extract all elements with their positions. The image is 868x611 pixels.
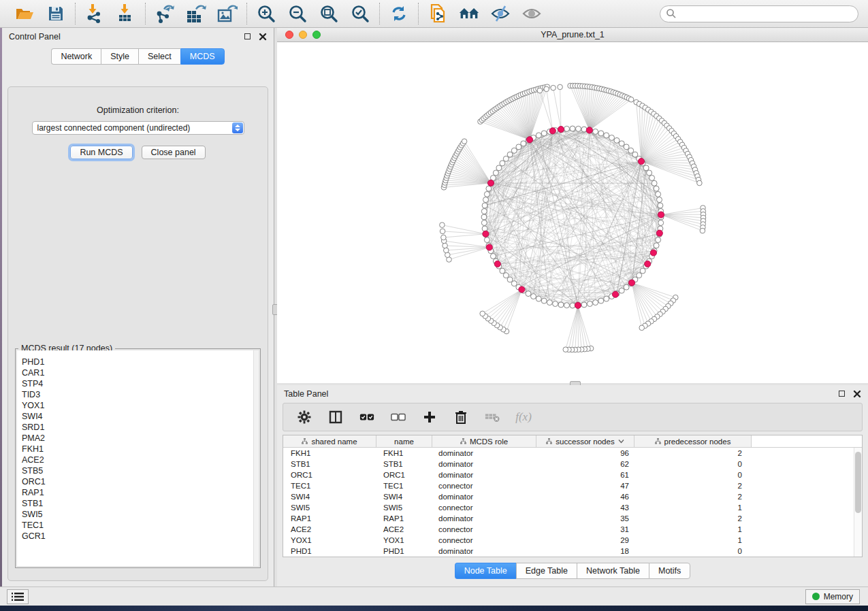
table-row[interactable]: YOX1YOX1connector291 — [283, 535, 862, 546]
zoom-selected-icon[interactable] — [350, 3, 370, 24]
table-row[interactable]: RAP1RAP1dominator352 — [283, 513, 862, 524]
control-panel: Control Panel NetworkStyleSelectMCDS Opt… — [2, 28, 274, 587]
tab-node-table[interactable]: Node Table — [455, 563, 516, 579]
table-row[interactable]: TEC1TEC1connector472 — [283, 480, 862, 491]
table-row[interactable]: ACE2ACE2connector311 — [283, 524, 862, 535]
table-cell: SWI5 — [376, 503, 432, 512]
main-toolbar — [0, 0, 868, 28]
column-header-MCDS-role[interactable]: MCDS role — [432, 435, 536, 447]
import-network-icon[interactable] — [84, 3, 105, 24]
search-box[interactable] — [660, 5, 858, 22]
network-window-title: YPA_prune.txt_1 — [277, 30, 868, 39]
mcds-list-scrollbar[interactable] — [253, 350, 259, 566]
sort-descending-icon — [618, 439, 624, 444]
table-cell: 61 — [536, 471, 634, 479]
list-item[interactable]: GCR1 — [22, 531, 259, 542]
table-row[interactable]: PHD1PHD1dominator180 — [283, 546, 862, 557]
list-item[interactable]: TID3 — [22, 389, 259, 400]
tab-select[interactable]: Select — [138, 48, 180, 65]
search-input[interactable] — [677, 8, 852, 19]
list-item[interactable]: SWI4 — [22, 411, 259, 422]
table-cell: connector — [432, 525, 536, 533]
import-table-icon[interactable] — [116, 3, 136, 24]
zoom-fit-icon[interactable] — [319, 3, 339, 24]
list-item[interactable]: YOX1 — [22, 400, 259, 411]
list-item[interactable]: STB5 — [22, 465, 259, 476]
column-header-label: successor nodes — [556, 437, 614, 446]
run-mcds-button[interactable]: Run MCDS — [70, 146, 132, 159]
console-button[interactable] — [7, 589, 29, 604]
zoom-in-icon[interactable] — [256, 3, 276, 24]
refresh-icon[interactable] — [389, 3, 409, 24]
optimization-criterion-select[interactable]: largest connected component (undirected) — [32, 121, 244, 135]
table-scrollbar-thumb[interactable] — [855, 452, 861, 513]
table-row[interactable]: STB1STB1dominator620 — [283, 459, 862, 469]
table-row[interactable]: ORC1ORC1dominator610 — [283, 469, 862, 480]
memory-button[interactable]: Memory — [805, 589, 860, 604]
list-item[interactable]: PMA2 — [22, 433, 259, 444]
table-row[interactable]: SWI5SWI5connector431 — [283, 502, 862, 513]
add-column-icon[interactable] — [422, 410, 437, 425]
tab-network[interactable]: Network — [51, 48, 101, 65]
column-header-name[interactable]: name — [376, 435, 432, 447]
table-cell: ORC1 — [376, 471, 432, 479]
tab-style[interactable]: Style — [101, 48, 138, 65]
list-item[interactable]: STP4 — [22, 378, 259, 389]
save-floppy-icon[interactable] — [46, 3, 66, 24]
column-header-successor-nodes[interactable]: successor nodes — [536, 435, 634, 447]
table-cell: YOX1 — [376, 536, 432, 544]
float-window-icon[interactable] — [244, 33, 251, 39]
tab-network-table[interactable]: Network Table — [577, 563, 649, 579]
float-table-panel-icon[interactable] — [839, 391, 845, 397]
list-item[interactable]: ORC1 — [22, 476, 259, 487]
list-item[interactable]: PHD1 — [22, 357, 259, 367]
table-toolbar: f(x) — [283, 403, 863, 431]
table-scrollbar[interactable] — [854, 448, 862, 557]
list-item[interactable]: ACE2 — [22, 455, 259, 465]
close-panel-button[interactable]: Close panel — [142, 146, 206, 159]
column-header-shared-name[interactable]: shared name — [283, 435, 376, 447]
eye-icon[interactable] — [521, 3, 542, 24]
list-item[interactable]: FKH1 — [22, 444, 259, 455]
open-folder-icon[interactable] — [14, 3, 35, 24]
eye-slash-icon[interactable] — [490, 3, 511, 24]
network-svg — [277, 42, 868, 383]
table-cell: SWI4 — [283, 493, 376, 501]
show-columns-icon[interactable] — [328, 410, 343, 425]
column-header-predecessor-nodes[interactable]: predecessor nodes — [634, 435, 752, 447]
list-item[interactable]: STB1 — [22, 498, 259, 509]
gear-icon[interactable] — [297, 410, 312, 425]
attribute-icon — [460, 438, 466, 444]
export-image-icon[interactable] — [217, 3, 238, 24]
close-table-panel-icon[interactable] — [853, 390, 861, 398]
table-row[interactable]: FKH1FKH1dominator962 — [283, 448, 862, 459]
tab-motifs[interactable]: Motifs — [649, 563, 690, 579]
list-item[interactable]: CAR1 — [22, 367, 259, 378]
mcds-result-list[interactable]: PHD1CAR1STP4TID3YOX1SWI4SRD1PMA2FKH1ACE2… — [17, 350, 259, 566]
zoom-out-icon[interactable] — [287, 3, 308, 24]
export-table-icon[interactable] — [186, 3, 206, 24]
list-item[interactable]: RAP1 — [22, 487, 259, 498]
table-cell: RAP1 — [283, 514, 376, 523]
node-table[interactable]: shared namenameMCDS rolesuccessor nodesp… — [283, 435, 863, 557]
table-cell: ACE2 — [283, 525, 376, 533]
houses-icon[interactable] — [459, 3, 479, 24]
attribute-icon — [302, 438, 308, 444]
table-row[interactable]: SWI4SWI4dominator462 — [283, 491, 862, 502]
export-network-icon[interactable] — [155, 3, 175, 24]
clone-network-icon[interactable] — [428, 3, 448, 24]
select-all-icon[interactable] — [359, 410, 374, 425]
tab-mcds[interactable]: MCDS — [180, 48, 225, 65]
tab-edge-table[interactable]: Edge Table — [516, 563, 577, 579]
table-cell: 0 — [634, 460, 752, 468]
network-titlebar[interactable]: YPA_prune.txt_1 — [277, 28, 868, 42]
delete-column-icon[interactable] — [453, 410, 468, 425]
list-item[interactable]: SWI5 — [22, 509, 259, 520]
deselect-all-icon[interactable] — [391, 410, 406, 425]
table-cell: 0 — [634, 547, 752, 555]
table-cell: PHD1 — [376, 547, 432, 555]
close-panel-icon[interactable] — [259, 33, 267, 41]
list-item[interactable]: TEC1 — [22, 520, 259, 531]
list-item[interactable]: SRD1 — [22, 422, 259, 433]
network-canvas[interactable] — [277, 42, 868, 383]
